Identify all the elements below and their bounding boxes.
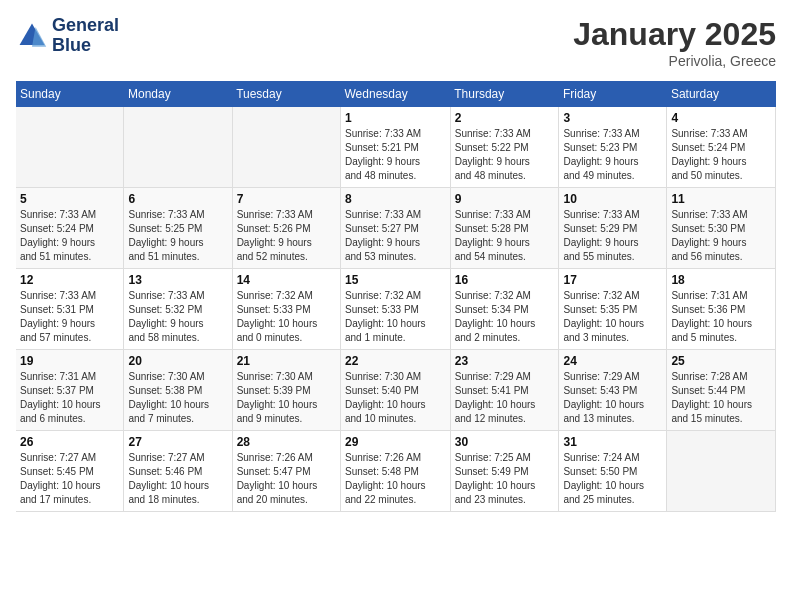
day-info: Sunrise: 7:25 AM Sunset: 5:49 PM Dayligh…: [455, 451, 555, 507]
weekday-header-friday: Friday: [559, 81, 667, 107]
day-number: 18: [671, 273, 771, 287]
calendar-cell: 26Sunrise: 7:27 AM Sunset: 5:45 PM Dayli…: [16, 431, 124, 512]
calendar-cell: 28Sunrise: 7:26 AM Sunset: 5:47 PM Dayli…: [232, 431, 340, 512]
day-number: 5: [20, 192, 119, 206]
day-number: 8: [345, 192, 446, 206]
title-section: January 2025 Perivolia, Greece: [573, 16, 776, 69]
day-info: Sunrise: 7:33 AM Sunset: 5:23 PM Dayligh…: [563, 127, 662, 183]
day-number: 23: [455, 354, 555, 368]
day-number: 30: [455, 435, 555, 449]
calendar-cell: 9Sunrise: 7:33 AM Sunset: 5:28 PM Daylig…: [450, 188, 559, 269]
calendar-cell: 11Sunrise: 7:33 AM Sunset: 5:30 PM Dayli…: [667, 188, 776, 269]
logo-icon: [16, 20, 48, 52]
day-number: 6: [128, 192, 227, 206]
day-number: 14: [237, 273, 336, 287]
week-row-3: 12Sunrise: 7:33 AM Sunset: 5:31 PM Dayli…: [16, 269, 776, 350]
calendar-cell: 25Sunrise: 7:28 AM Sunset: 5:44 PM Dayli…: [667, 350, 776, 431]
day-number: 7: [237, 192, 336, 206]
day-number: 3: [563, 111, 662, 125]
calendar-cell: 23Sunrise: 7:29 AM Sunset: 5:41 PM Dayli…: [450, 350, 559, 431]
day-number: 19: [20, 354, 119, 368]
week-row-5: 26Sunrise: 7:27 AM Sunset: 5:45 PM Dayli…: [16, 431, 776, 512]
calendar-cell: 19Sunrise: 7:31 AM Sunset: 5:37 PM Dayli…: [16, 350, 124, 431]
calendar-cell: [16, 107, 124, 188]
day-info: Sunrise: 7:33 AM Sunset: 5:21 PM Dayligh…: [345, 127, 446, 183]
week-row-4: 19Sunrise: 7:31 AM Sunset: 5:37 PM Dayli…: [16, 350, 776, 431]
calendar-cell: 22Sunrise: 7:30 AM Sunset: 5:40 PM Dayli…: [341, 350, 451, 431]
day-info: Sunrise: 7:24 AM Sunset: 5:50 PM Dayligh…: [563, 451, 662, 507]
weekday-header-wednesday: Wednesday: [341, 81, 451, 107]
day-number: 1: [345, 111, 446, 125]
calendar-cell: 16Sunrise: 7:32 AM Sunset: 5:34 PM Dayli…: [450, 269, 559, 350]
calendar-table: SundayMondayTuesdayWednesdayThursdayFrid…: [16, 81, 776, 512]
calendar-cell: [667, 431, 776, 512]
calendar-cell: 13Sunrise: 7:33 AM Sunset: 5:32 PM Dayli…: [124, 269, 232, 350]
calendar-cell: 4Sunrise: 7:33 AM Sunset: 5:24 PM Daylig…: [667, 107, 776, 188]
day-info: Sunrise: 7:30 AM Sunset: 5:39 PM Dayligh…: [237, 370, 336, 426]
day-number: 2: [455, 111, 555, 125]
day-info: Sunrise: 7:33 AM Sunset: 5:25 PM Dayligh…: [128, 208, 227, 264]
logo-text: General Blue: [52, 16, 119, 56]
day-info: Sunrise: 7:32 AM Sunset: 5:35 PM Dayligh…: [563, 289, 662, 345]
day-info: Sunrise: 7:32 AM Sunset: 5:33 PM Dayligh…: [237, 289, 336, 345]
calendar-cell: 30Sunrise: 7:25 AM Sunset: 5:49 PM Dayli…: [450, 431, 559, 512]
calendar-cell: 20Sunrise: 7:30 AM Sunset: 5:38 PM Dayli…: [124, 350, 232, 431]
day-info: Sunrise: 7:33 AM Sunset: 5:30 PM Dayligh…: [671, 208, 771, 264]
weekday-header-thursday: Thursday: [450, 81, 559, 107]
weekday-header-row: SundayMondayTuesdayWednesdayThursdayFrid…: [16, 81, 776, 107]
day-number: 28: [237, 435, 336, 449]
logo: General Blue: [16, 16, 119, 56]
day-info: Sunrise: 7:33 AM Sunset: 5:24 PM Dayligh…: [671, 127, 771, 183]
week-row-1: 1Sunrise: 7:33 AM Sunset: 5:21 PM Daylig…: [16, 107, 776, 188]
week-row-2: 5Sunrise: 7:33 AM Sunset: 5:24 PM Daylig…: [16, 188, 776, 269]
day-info: Sunrise: 7:31 AM Sunset: 5:37 PM Dayligh…: [20, 370, 119, 426]
day-number: 13: [128, 273, 227, 287]
location: Perivolia, Greece: [573, 53, 776, 69]
calendar-cell: 3Sunrise: 7:33 AM Sunset: 5:23 PM Daylig…: [559, 107, 667, 188]
calendar-cell: 6Sunrise: 7:33 AM Sunset: 5:25 PM Daylig…: [124, 188, 232, 269]
day-info: Sunrise: 7:28 AM Sunset: 5:44 PM Dayligh…: [671, 370, 771, 426]
day-info: Sunrise: 7:29 AM Sunset: 5:41 PM Dayligh…: [455, 370, 555, 426]
day-number: 20: [128, 354, 227, 368]
weekday-header-tuesday: Tuesday: [232, 81, 340, 107]
day-number: 9: [455, 192, 555, 206]
calendar-cell: 14Sunrise: 7:32 AM Sunset: 5:33 PM Dayli…: [232, 269, 340, 350]
weekday-header-saturday: Saturday: [667, 81, 776, 107]
calendar-cell: 10Sunrise: 7:33 AM Sunset: 5:29 PM Dayli…: [559, 188, 667, 269]
month-title: January 2025: [573, 16, 776, 53]
day-info: Sunrise: 7:31 AM Sunset: 5:36 PM Dayligh…: [671, 289, 771, 345]
calendar-cell: 29Sunrise: 7:26 AM Sunset: 5:48 PM Dayli…: [341, 431, 451, 512]
day-number: 22: [345, 354, 446, 368]
day-info: Sunrise: 7:33 AM Sunset: 5:32 PM Dayligh…: [128, 289, 227, 345]
day-number: 27: [128, 435, 227, 449]
calendar-cell: 21Sunrise: 7:30 AM Sunset: 5:39 PM Dayli…: [232, 350, 340, 431]
day-number: 10: [563, 192, 662, 206]
calendar-cell: 12Sunrise: 7:33 AM Sunset: 5:31 PM Dayli…: [16, 269, 124, 350]
page-header: General Blue January 2025 Perivolia, Gre…: [16, 16, 776, 69]
day-info: Sunrise: 7:33 AM Sunset: 5:29 PM Dayligh…: [563, 208, 662, 264]
day-info: Sunrise: 7:27 AM Sunset: 5:45 PM Dayligh…: [20, 451, 119, 507]
day-number: 26: [20, 435, 119, 449]
calendar-cell: 31Sunrise: 7:24 AM Sunset: 5:50 PM Dayli…: [559, 431, 667, 512]
day-info: Sunrise: 7:30 AM Sunset: 5:40 PM Dayligh…: [345, 370, 446, 426]
calendar-cell: 24Sunrise: 7:29 AM Sunset: 5:43 PM Dayli…: [559, 350, 667, 431]
day-info: Sunrise: 7:33 AM Sunset: 5:26 PM Dayligh…: [237, 208, 336, 264]
calendar-cell: 18Sunrise: 7:31 AM Sunset: 5:36 PM Dayli…: [667, 269, 776, 350]
day-number: 21: [237, 354, 336, 368]
day-info: Sunrise: 7:30 AM Sunset: 5:38 PM Dayligh…: [128, 370, 227, 426]
day-number: 4: [671, 111, 771, 125]
day-number: 16: [455, 273, 555, 287]
day-info: Sunrise: 7:29 AM Sunset: 5:43 PM Dayligh…: [563, 370, 662, 426]
calendar-cell: 5Sunrise: 7:33 AM Sunset: 5:24 PM Daylig…: [16, 188, 124, 269]
calendar-cell: [124, 107, 232, 188]
calendar-cell: 7Sunrise: 7:33 AM Sunset: 5:26 PM Daylig…: [232, 188, 340, 269]
calendar-cell: 2Sunrise: 7:33 AM Sunset: 5:22 PM Daylig…: [450, 107, 559, 188]
weekday-header-monday: Monday: [124, 81, 232, 107]
calendar-cell: 15Sunrise: 7:32 AM Sunset: 5:33 PM Dayli…: [341, 269, 451, 350]
day-info: Sunrise: 7:33 AM Sunset: 5:22 PM Dayligh…: [455, 127, 555, 183]
day-info: Sunrise: 7:27 AM Sunset: 5:46 PM Dayligh…: [128, 451, 227, 507]
day-info: Sunrise: 7:33 AM Sunset: 5:28 PM Dayligh…: [455, 208, 555, 264]
calendar-cell: [232, 107, 340, 188]
day-number: 31: [563, 435, 662, 449]
day-number: 11: [671, 192, 771, 206]
